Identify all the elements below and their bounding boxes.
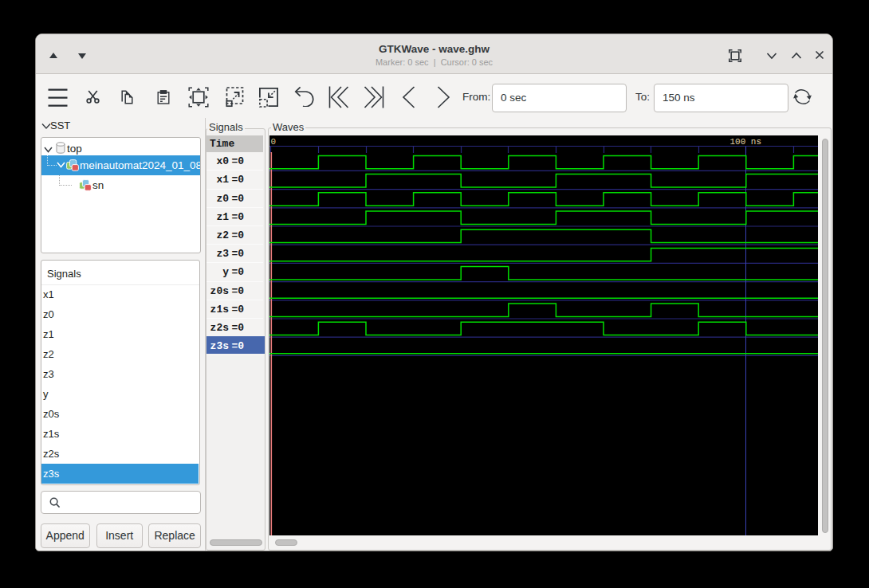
svg-text:0: 0 bbox=[270, 137, 276, 147]
svg-text:100 ns: 100 ns bbox=[729, 137, 761, 147]
